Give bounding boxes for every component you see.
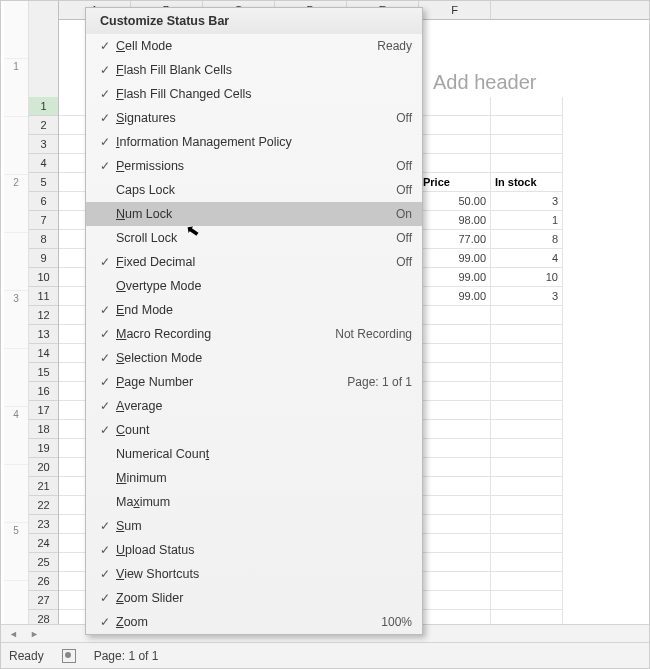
cell[interactable]: [419, 135, 491, 154]
cell[interactable]: [419, 344, 491, 363]
cell[interactable]: 99.00: [419, 268, 491, 287]
cell[interactable]: Price: [419, 173, 491, 192]
row-header[interactable]: 6: [29, 192, 58, 211]
row-header[interactable]: 4: [29, 154, 58, 173]
cell[interactable]: [419, 363, 491, 382]
menu-item-average[interactable]: ✓Average: [86, 394, 422, 418]
row-header[interactable]: 26: [29, 572, 58, 591]
cell[interactable]: [491, 306, 563, 325]
row-header[interactable]: 2: [29, 116, 58, 135]
cell[interactable]: [419, 553, 491, 572]
cell[interactable]: [491, 382, 563, 401]
row-header[interactable]: 11: [29, 287, 58, 306]
menu-item-numerical-count[interactable]: Numerical Count: [86, 442, 422, 466]
menu-item-selection-mode[interactable]: ✓Selection Mode: [86, 346, 422, 370]
menu-item-scroll-lock[interactable]: Scroll LockOff: [86, 226, 422, 250]
menu-item-flash-fill-changed-cells[interactable]: ✓Flash Fill Changed Cells: [86, 82, 422, 106]
row-header[interactable]: 25: [29, 553, 58, 572]
menu-item-flash-fill-blank-cells[interactable]: ✓Flash Fill Blank Cells: [86, 58, 422, 82]
cell[interactable]: [491, 401, 563, 420]
cell[interactable]: 3: [491, 192, 563, 211]
row-header[interactable]: 27: [29, 591, 58, 610]
menu-item-fixed-decimal[interactable]: ✓Fixed DecimalOff: [86, 250, 422, 274]
macro-record-icon[interactable]: [62, 649, 76, 663]
menu-item-overtype-mode[interactable]: Overtype Mode: [86, 274, 422, 298]
cell[interactable]: [419, 154, 491, 173]
menu-item-sum[interactable]: ✓Sum: [86, 514, 422, 538]
cell[interactable]: [419, 458, 491, 477]
cell[interactable]: 1: [491, 211, 563, 230]
row-header[interactable]: 7: [29, 211, 58, 230]
cell[interactable]: [491, 439, 563, 458]
row-header[interactable]: 12: [29, 306, 58, 325]
row-header[interactable]: 15: [29, 363, 58, 382]
cell[interactable]: [491, 325, 563, 344]
cell[interactable]: [491, 496, 563, 515]
menu-item-view-shortcuts[interactable]: ✓View Shortcuts: [86, 562, 422, 586]
cell[interactable]: [419, 534, 491, 553]
row-header[interactable]: 3: [29, 135, 58, 154]
row-header[interactable]: 14: [29, 344, 58, 363]
cell[interactable]: In stock: [491, 173, 563, 192]
cell[interactable]: [419, 401, 491, 420]
menu-item-zoom-slider[interactable]: ✓Zoom Slider: [86, 586, 422, 610]
cell[interactable]: [491, 591, 563, 610]
column-header[interactable]: F: [419, 1, 491, 19]
cell[interactable]: [491, 116, 563, 135]
cell[interactable]: [491, 344, 563, 363]
menu-item-upload-status[interactable]: ✓Upload Status: [86, 538, 422, 562]
row-header[interactable]: 22: [29, 496, 58, 515]
cell[interactable]: 98.00: [419, 211, 491, 230]
cell[interactable]: 4: [491, 249, 563, 268]
cell[interactable]: [419, 496, 491, 515]
row-header[interactable]: 8: [29, 230, 58, 249]
cell[interactable]: [491, 477, 563, 496]
row-header[interactable]: 19: [29, 439, 58, 458]
cell[interactable]: [491, 553, 563, 572]
row-header[interactable]: 16: [29, 382, 58, 401]
cell[interactable]: 99.00: [419, 249, 491, 268]
menu-item-information-management-policy[interactable]: ✓Information Management Policy: [86, 130, 422, 154]
cell[interactable]: 99.00: [419, 287, 491, 306]
row-header[interactable]: 9: [29, 249, 58, 268]
cell[interactable]: [419, 439, 491, 458]
next-sheet-icon[interactable]: ►: [30, 629, 39, 639]
menu-item-permissions[interactable]: ✓PermissionsOff: [86, 154, 422, 178]
cell[interactable]: 10: [491, 268, 563, 287]
cell[interactable]: [419, 116, 491, 135]
menu-item-maximum[interactable]: Maximum: [86, 490, 422, 514]
cell[interactable]: 50.00: [419, 192, 491, 211]
status-bar[interactable]: Ready Page: 1 of 1: [1, 642, 649, 668]
menu-item-num-lock[interactable]: Num LockOn: [86, 202, 422, 226]
cell[interactable]: [491, 572, 563, 591]
row-header[interactable]: 10: [29, 268, 58, 287]
cell[interactable]: [491, 135, 563, 154]
menu-item-macro-recording[interactable]: ✓Macro RecordingNot Recording: [86, 322, 422, 346]
menu-item-zoom[interactable]: ✓Zoom100%: [86, 610, 422, 634]
row-header[interactable]: 5: [29, 173, 58, 192]
page-header-placeholder[interactable]: Add header: [433, 71, 536, 94]
cell[interactable]: [491, 154, 563, 173]
cell[interactable]: [419, 325, 491, 344]
menu-item-caps-lock[interactable]: Caps LockOff: [86, 178, 422, 202]
cell[interactable]: [491, 420, 563, 439]
cell[interactable]: [491, 458, 563, 477]
row-header[interactable]: 24: [29, 534, 58, 553]
cell[interactable]: 8: [491, 230, 563, 249]
cell[interactable]: [419, 591, 491, 610]
menu-item-end-mode[interactable]: ✓End Mode: [86, 298, 422, 322]
row-header[interactable]: 21: [29, 477, 58, 496]
cell[interactable]: [491, 515, 563, 534]
cell[interactable]: [419, 306, 491, 325]
cell[interactable]: [419, 477, 491, 496]
row-header[interactable]: 18: [29, 420, 58, 439]
prev-sheet-icon[interactable]: ◄: [9, 629, 18, 639]
row-header[interactable]: 1: [29, 97, 58, 116]
menu-item-signatures[interactable]: ✓SignaturesOff: [86, 106, 422, 130]
cell[interactable]: [491, 363, 563, 382]
cell[interactable]: [491, 534, 563, 553]
menu-item-minimum[interactable]: Minimum: [86, 466, 422, 490]
cell[interactable]: [491, 97, 563, 116]
customize-status-bar-menu[interactable]: Customize Status Bar ✓Cell ModeReady✓Fla…: [85, 7, 423, 635]
cell[interactable]: [419, 515, 491, 534]
